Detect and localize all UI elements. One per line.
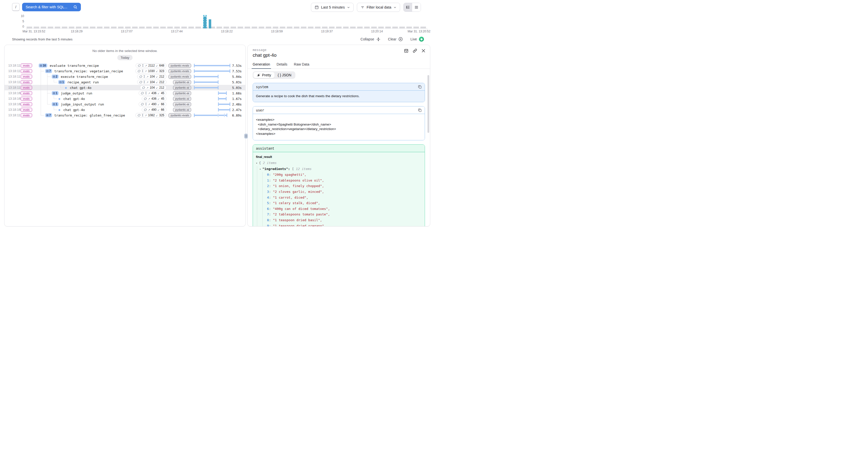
collapse-node-chip[interactable]: ⊟1 — [52, 91, 59, 95]
trace-row[interactable]: 13:18:16evals◆chat gpt-4o↗490↙66pydantic… — [4, 107, 245, 113]
tree-guide-line — [47, 85, 48, 90]
trace-row[interactable]: 13:18:11evals⊟16evaluate transform_recip… — [4, 63, 245, 68]
json-option[interactable]: { } JSON — [275, 72, 294, 78]
close-icon[interactable] — [422, 49, 426, 53]
time-range-dropdown[interactable]: Last 5 minutes — [311, 3, 353, 12]
copy-icon[interactable] — [418, 85, 422, 89]
row-gantt-cell — [194, 113, 230, 118]
detail-panel-scrollbar-thumb[interactable] — [428, 75, 429, 133]
gantt-end-cap — [226, 97, 226, 100]
evals-badge[interactable]: evals — [21, 102, 32, 106]
pretty-json-toggle: Pretty { } JSON — [253, 71, 296, 79]
span-name: transform_recipe: vegetarian_recipe — [54, 69, 123, 73]
trace-row[interactable]: 13:18:11evals⊞7transform_recipe: gluten_… — [4, 113, 245, 118]
chart-x-tickmark — [427, 29, 427, 30]
collapse-node-chip[interactable]: ⊟2 — [52, 74, 59, 79]
span-duration-text: 7.53s — [230, 69, 245, 73]
evals-badge[interactable]: evals — [21, 108, 32, 112]
scope-tag[interactable]: pydantic-ai — [173, 86, 191, 90]
evals-badge[interactable]: evals — [21, 80, 32, 84]
slash-shortcut-key[interactable]: / — [12, 3, 20, 11]
pretty-option[interactable]: Pretty — [253, 72, 275, 78]
live-toggle[interactable]: Live — [410, 37, 424, 42]
scope-tag[interactable]: pydantic-evals — [168, 74, 191, 79]
list-view-button[interactable] — [412, 3, 421, 11]
trace-list-panel: No older items in the selected time wind… — [4, 45, 246, 226]
json-item-string: "2 cloves garlic, minced", — [273, 190, 324, 193]
json-item-string: "200g spaghetti", — [273, 173, 306, 177]
tab-generation[interactable]: Generation — [253, 62, 270, 68]
system-message-card: system Generate a recipe to cook the dis… — [253, 83, 425, 102]
trace-row[interactable]: 13:18:16evals◆chat gpt-4o↗436↙45pydantic… — [4, 96, 245, 101]
trace-row[interactable]: 13:18:11evals⊟7transform_recipe: vegetar… — [4, 68, 245, 74]
child-count: 7 — [49, 114, 51, 117]
row-timestamp: 13:18:11 — [4, 64, 21, 67]
span-duration-text: 2.48s — [230, 102, 245, 106]
json-root-line[interactable]: ▾{ 2 items — [256, 160, 422, 166]
gantt-start-cap — [194, 114, 195, 117]
json-item-index: 8 — [267, 218, 269, 222]
output-tokens-count: 45 — [161, 91, 164, 95]
system-message-text: Generate a recipe to cook the dish that … — [253, 91, 425, 102]
search-button[interactable]: Search & filter with SQL... — [22, 3, 81, 11]
token-usage-chip: Σ↗490↙66 — [138, 102, 166, 106]
scope-tag[interactable]: pydantic-ai — [173, 97, 191, 101]
scope-tag[interactable]: pydantic-evals — [168, 113, 191, 118]
assistant-message-card: assistant final_result ▾{ 2 items ▾"ingr… — [253, 144, 425, 226]
collapse-node-chip[interactable]: ⊟7 — [45, 69, 52, 73]
sigma-sum-icon: Σ — [145, 91, 147, 95]
scope-tag[interactable]: pydantic-ai — [173, 102, 191, 106]
scope-tag[interactable]: pydantic-evals — [168, 64, 191, 68]
span-name: chat gpt-4o — [70, 86, 91, 90]
collapse-node-chip[interactable]: ⊟1 — [58, 80, 65, 84]
tab-raw-data[interactable]: Raw Data — [294, 62, 309, 68]
dock-drawer-icon[interactable] — [404, 49, 408, 53]
chart-x-tickmark — [327, 29, 327, 30]
expand-node-chip[interactable]: ⊞7 — [45, 113, 52, 117]
time-range-label: Last 5 minutes — [321, 5, 345, 9]
panel-resize-handle[interactable] — [244, 133, 248, 139]
clear-button[interactable]: Clear — [388, 37, 403, 41]
evals-badge[interactable]: evals — [21, 64, 32, 67]
collapse-node-chip[interactable]: ⊟1 — [52, 102, 59, 106]
scope-tag[interactable]: pydantic-ai — [173, 91, 191, 95]
trace-row[interactable]: 13:18:11evals◆chat gpt-4o↗104↙212pydanti… — [4, 85, 245, 90]
tree-elbow-horizontal — [47, 93, 51, 93]
collapse-node-chip[interactable]: ⊟16 — [39, 64, 47, 67]
scope-tag[interactable]: pydantic-ai — [173, 108, 191, 112]
json-item-string: "1 teaspoon dried basil", — [273, 218, 322, 222]
collapse-button[interactable]: Collapse — [361, 37, 380, 41]
evals-badge[interactable]: evals — [21, 113, 32, 117]
scope-tag[interactable]: pydantic-ai — [173, 80, 191, 84]
record-count-bar[interactable] — [204, 17, 206, 28]
copy-icon[interactable] — [418, 108, 422, 112]
chart-x-tick-label: Mar 31. 13:15:52 — [23, 30, 45, 33]
copy-link-icon[interactable] — [413, 49, 417, 53]
trace-row[interactable]: 13:18:11evals⊟1recipe_agent runΣ↗104↙212… — [4, 79, 245, 85]
tab-details[interactable]: Details — [277, 62, 287, 68]
trace-row[interactable]: 13:18:11evals⊟2execute transform_recipeΣ… — [4, 74, 245, 79]
json-ingredients-line[interactable]: ▾"ingredients": [ 12 items — [256, 166, 422, 172]
filter-local-data-dropdown[interactable]: Filter local data — [357, 3, 400, 12]
evals-badge[interactable]: evals — [21, 69, 32, 73]
trace-row[interactable]: 13:18:16evals⊟1judge_input_output runΣ↗4… — [4, 101, 245, 107]
output-tokens-arrow-icon: ↙ — [156, 69, 158, 72]
evals-badge[interactable]: evals — [21, 86, 32, 90]
evals-badge[interactable]: evals — [21, 91, 32, 95]
evals-badge[interactable]: evals — [21, 97, 32, 101]
output-tokens-arrow-icon: ↙ — [156, 75, 158, 78]
json-array-item: 8: "1 teaspoon dried basil", — [256, 217, 422, 223]
gantt-end-cap — [229, 102, 230, 106]
gantt-end-cap — [229, 64, 230, 67]
record-count-bar[interactable] — [209, 19, 211, 28]
tree-view-button[interactable] — [404, 3, 412, 11]
tokens-coin-icon — [137, 114, 141, 117]
json-item-index: 5 — [267, 201, 269, 205]
trace-row[interactable]: 13:18:16evals⊟1judge_output runΣ↗436↙45p… — [4, 90, 245, 96]
span-duration-text: 2.47s — [230, 108, 245, 112]
evals-badge[interactable]: evals — [21, 74, 32, 79]
today-pill[interactable]: Today — [117, 55, 133, 60]
token-usage-chip: Σ↗2112↙648 — [135, 63, 166, 68]
scope-tag[interactable]: pydantic-evals — [168, 69, 191, 73]
input-tokens-count: 104 — [150, 75, 155, 78]
